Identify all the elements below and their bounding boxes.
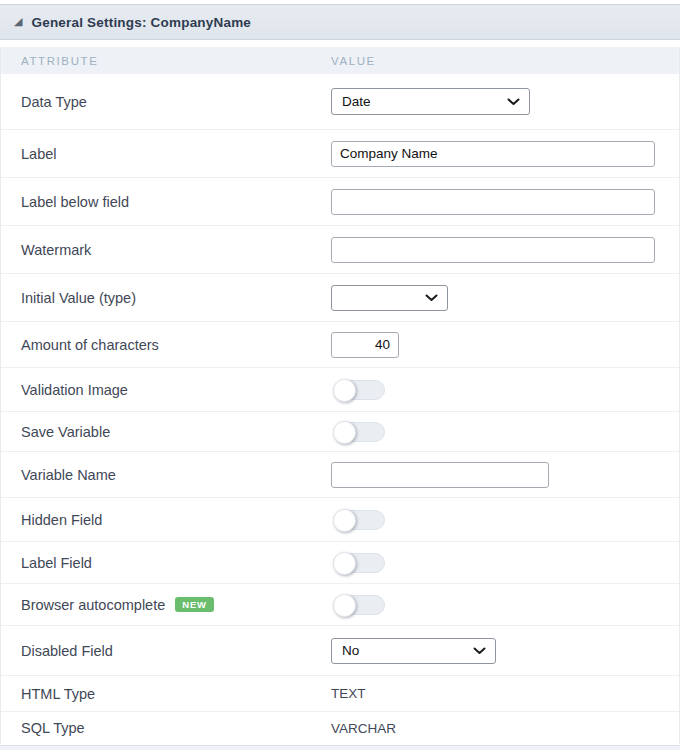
watermark-input[interactable] (331, 237, 655, 263)
section-title: General Settings: CompanyName (31, 15, 251, 30)
row-hidden-field: Hidden Field (1, 498, 679, 542)
collapse-icon[interactable]: ◢ (14, 16, 22, 27)
field-label: Label below field (1, 194, 331, 210)
row-label-field: Label Field (1, 542, 679, 584)
label-input[interactable] (331, 141, 655, 167)
attribute-column-header: ATTRIBUTE (1, 55, 331, 67)
new-badge: NEW (175, 597, 214, 612)
save-variable-toggle[interactable] (333, 422, 385, 442)
field-label: Initial Value (type) (1, 290, 331, 306)
table-header-row: ATTRIBUTE VALUE (1, 47, 679, 74)
selected-option: Date (342, 94, 371, 109)
field-label: Validation Image (1, 382, 331, 398)
hidden-field-toggle[interactable] (333, 510, 385, 530)
section-header[interactable]: ◢ General Settings: CompanyName (0, 4, 680, 40)
data-type-select[interactable]: Date (331, 88, 530, 115)
general-settings-panel: ◢ General Settings: CompanyName ATTRIBUT… (0, 0, 680, 750)
field-label: Label (1, 146, 331, 162)
selected-option: No (342, 643, 359, 658)
field-label: HTML Type (1, 686, 331, 702)
field-label: Browser autocomplete (21, 597, 165, 613)
spacer (0, 40, 680, 47)
toggle-knob (333, 379, 356, 402)
row-sql-type: SQL Type VARCHAR (1, 712, 679, 744)
next-section-header-partial[interactable] (0, 745, 680, 750)
row-html-type: HTML Type TEXT (1, 676, 679, 712)
chevron-down-icon (507, 98, 520, 106)
chevron-down-icon (473, 647, 486, 655)
row-initial-value-type: Initial Value (type) (1, 274, 679, 322)
field-label: Watermark (1, 242, 331, 258)
label-below-field-input[interactable] (331, 189, 655, 215)
chevron-down-icon (425, 294, 438, 302)
field-label: Label Field (1, 555, 331, 571)
validation-image-toggle[interactable] (333, 380, 385, 400)
value-column-header: VALUE (331, 55, 679, 67)
label-field-toggle[interactable] (333, 553, 385, 573)
toggle-knob (333, 421, 356, 444)
row-browser-autocomplete: Browser autocomplete NEW (1, 584, 679, 626)
row-data-type: Data Type Date (1, 74, 679, 130)
initial-value-type-select[interactable] (331, 285, 448, 311)
row-variable-name: Variable Name (1, 452, 679, 498)
field-label: Amount of characters (1, 337, 331, 353)
row-validation-image: Validation Image (1, 368, 679, 412)
row-save-variable: Save Variable (1, 412, 679, 452)
variable-name-input[interactable] (331, 462, 549, 488)
settings-table: ATTRIBUTE VALUE Data Type Date Label Lab… (0, 47, 680, 744)
amount-of-characters-input[interactable] (331, 332, 399, 358)
disabled-field-select[interactable]: No (331, 638, 496, 664)
field-label: Disabled Field (1, 643, 331, 659)
field-label: Variable Name (1, 467, 331, 483)
toggle-knob (333, 509, 356, 532)
field-label: Save Variable (1, 424, 331, 440)
field-label: SQL Type (1, 720, 331, 736)
field-label: Hidden Field (1, 512, 331, 528)
field-label: Data Type (1, 94, 331, 110)
html-type-value: TEXT (331, 686, 366, 701)
toggle-knob (333, 594, 356, 617)
row-watermark: Watermark (1, 226, 679, 274)
toggle-knob (333, 552, 356, 575)
row-disabled-field: Disabled Field No (1, 626, 679, 676)
row-label: Label (1, 130, 679, 178)
row-label-below-field: Label below field (1, 178, 679, 226)
row-amount-of-characters: Amount of characters (1, 322, 679, 368)
browser-autocomplete-toggle[interactable] (333, 595, 385, 615)
sql-type-value: VARCHAR (331, 721, 396, 736)
